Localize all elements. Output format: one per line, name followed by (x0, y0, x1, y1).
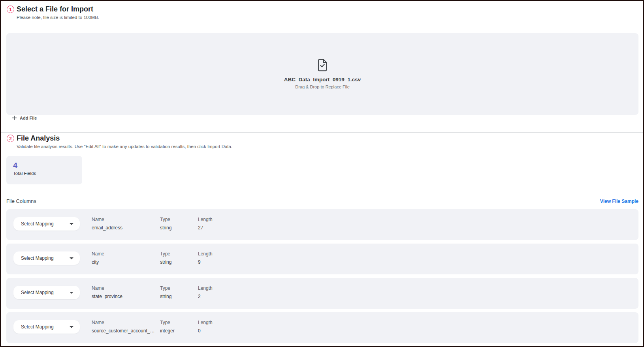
file-analysis-instructions: Validate file analysis results. Use "Edi… (17, 144, 232, 149)
column-type-value: string (160, 225, 171, 231)
name-label: Name (92, 285, 157, 291)
chevron-down-icon (70, 257, 73, 259)
chevron-down-icon (70, 326, 73, 328)
column-name-value: city (92, 259, 157, 265)
select-mapping-dropdown[interactable]: Select Mapping (13, 320, 80, 334)
file-analysis-title: File Analysis (17, 134, 232, 143)
view-file-sample-link[interactable]: View File Sample (600, 199, 638, 204)
uploaded-file-name: ABC_Data_Import_0919_1.csv (284, 77, 361, 83)
select-mapping-dropdown[interactable]: Select Mapping (13, 251, 80, 265)
file-import-page: { "section1": { "step_number": "1", "tit… (0, 0, 644, 347)
select-mapping-label: Select Mapping (21, 255, 54, 261)
type-label: Type (160, 320, 175, 326)
chevron-down-icon (70, 223, 73, 225)
step-1-badge: 1 (7, 6, 14, 13)
select-mapping-dropdown[interactable]: Select Mapping (13, 217, 80, 231)
section-divider (1, 132, 643, 133)
column-name-value: source_customer_account_… (92, 328, 157, 334)
column-name-value: state_province (92, 294, 157, 300)
type-label: Type (160, 217, 171, 223)
total-fields-value: 4 (13, 161, 75, 170)
column-length-value: 2 (198, 294, 213, 300)
column-length-value: 9 (198, 259, 213, 265)
column-name-value: email_address (92, 225, 157, 231)
step-2-badge: 2 (7, 135, 14, 142)
file-columns-heading: File Columns (6, 198, 36, 204)
file-size-note: Please note, file size is limited to 100… (17, 15, 99, 20)
select-mapping-label: Select Mapping (21, 290, 54, 295)
plus-icon (12, 115, 17, 120)
add-file-label: Add File (20, 116, 37, 120)
column-type-value: string (160, 259, 171, 265)
column-type-value: integer (160, 328, 175, 334)
length-label: Length (198, 251, 213, 257)
length-label: Length (198, 217, 213, 223)
name-label: Name (92, 217, 157, 223)
file-column-row: Select Mapping Name city Type string Len… (6, 244, 638, 274)
add-file-button[interactable]: Add File (12, 115, 37, 120)
file-column-row: Select Mapping Name source_customer_acco… (6, 312, 638, 343)
column-length-value: 0 (198, 328, 213, 334)
file-dropzone[interactable]: ABC_Data_Import_0919_1.csv Drag & Drop t… (6, 33, 638, 115)
select-file-title: Select a File for Import (17, 5, 99, 13)
select-mapping-label: Select Mapping (21, 221, 54, 227)
file-analysis-section-header: 2 File Analysis Validate file analysis r… (7, 134, 232, 149)
name-label: Name (92, 251, 157, 257)
document-check-icon (317, 59, 328, 73)
total-fields-card: 4 Total Fields (6, 156, 82, 184)
column-length-value: 27 (198, 225, 213, 231)
select-file-section-header: 1 Select a File for Import Please note, … (7, 5, 99, 20)
length-label: Length (198, 320, 213, 326)
chevron-down-icon (70, 292, 73, 294)
name-label: Name (92, 320, 157, 326)
file-columns-bar: File Columns View File Sample (6, 198, 638, 204)
file-column-row: Select Mapping Name email_address Type s… (6, 209, 638, 240)
file-columns-list: Select Mapping Name email_address Type s… (6, 209, 638, 347)
total-fields-label: Total Fields (13, 171, 75, 176)
file-column-row: Select Mapping Name state_province Type … (6, 278, 638, 309)
length-label: Length (198, 285, 213, 291)
type-label: Type (160, 285, 171, 291)
type-label: Type (160, 251, 171, 257)
select-mapping-label: Select Mapping (21, 324, 54, 330)
select-mapping-dropdown[interactable]: Select Mapping (13, 286, 80, 299)
column-type-value: string (160, 294, 171, 300)
drop-replace-hint: Drag & Drop to Replace File (295, 84, 350, 89)
